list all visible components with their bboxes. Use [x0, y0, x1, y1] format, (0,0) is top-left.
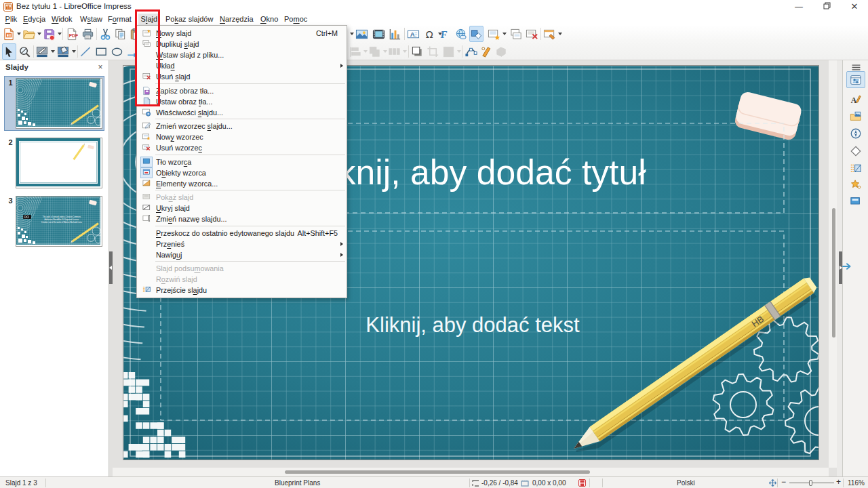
sidebar-tab-master-slides[interactable]: [846, 192, 865, 209]
new-slide-button[interactable]: [488, 26, 507, 42]
dropdown-arrow-icon[interactable]: [363, 50, 368, 53]
fit-slide-icon[interactable]: [769, 479, 776, 487]
menu-item-elementy-wzorca[interactable]: Elementy wzorca...: [137, 178, 347, 189]
menu-item-duplikuj-slajd[interactable]: Duplikuj slajd: [137, 39, 347, 49]
insert-line-button[interactable]: [79, 43, 92, 60]
menu-item-zmień-nazwę-slajdu[interactable]: Zmień nazwę slajdu...: [137, 214, 347, 224]
slide-thumbnail-3[interactable]: 3 This work is licensed under a Creative…: [5, 195, 104, 248]
dropdown-arrow-icon[interactable]: [350, 33, 354, 35]
menu-item-zapisz-obraz-tła[interactable]: Zapisz obraz tła...: [137, 85, 347, 96]
menubar-item-plik[interactable]: Plik: [3, 14, 20, 25]
horizontal-scrollbar[interactable]: [113, 468, 829, 476]
dropdown-arrow-icon[interactable]: [72, 50, 76, 53]
line-style-button[interactable]: [36, 43, 55, 60]
menubar-item-edycja[interactable]: Edycja: [20, 14, 48, 25]
ellipse-button[interactable]: [111, 43, 123, 60]
menubar-item-okno[interactable]: Okno: [258, 14, 281, 25]
cut-button[interactable]: [99, 26, 112, 42]
slides-panel-close-icon[interactable]: ×: [96, 62, 105, 72]
menu-item-właściwości-slajdu[interactable]: Właściwości slajdu...: [137, 107, 347, 118]
menu-item-przejście-slajdu[interactable]: Przejście slajdu: [137, 285, 347, 296]
sidebar-tab-sidebar-settings[interactable]: [846, 63, 865, 71]
edit-points-button[interactable]: [465, 43, 477, 60]
close-button[interactable]: ✕: [840, 0, 868, 14]
fontwork-button[interactable]: F: [439, 26, 452, 42]
dropdown-arrow-icon[interactable]: [37, 33, 41, 35]
menubar-item-pokaz-slajd-w[interactable]: Pokaz slajdów: [163, 14, 216, 25]
slide-thumbnail-image[interactable]: [16, 79, 102, 128]
dropdown-arrow-icon[interactable]: [51, 50, 55, 53]
dropdown-arrow-icon[interactable]: [502, 33, 507, 35]
sidebar-tab-navigator[interactable]: [846, 125, 865, 142]
panel-splitter-handle[interactable]: [109, 251, 113, 284]
sidebar-tab-gallery[interactable]: [846, 108, 865, 125]
rectangle-button[interactable]: [95, 43, 108, 60]
vertical-scrollbar-thumb[interactable]: [832, 208, 835, 338]
slide-thumbnail-image[interactable]: This work is licensed under a Creative C…: [16, 197, 102, 246]
slide-thumbnail-2[interactable]: 2: [5, 136, 104, 190]
menu-item-zmień-wzorzec-slajdu[interactable]: Zmień wzorzec slajdu...: [137, 121, 347, 131]
menu-item-przeskocz-do-ostatnio-edytowanego-slajdu[interactable]: Przeskocz do ostatnio edytowanego slajdu…: [137, 228, 347, 239]
menubar-item-wstaw[interactable]: Wstaw: [77, 14, 105, 25]
menu-item-tło-wzorca[interactable]: Tło wzorca: [137, 157, 347, 167]
sidebar-tab-shapes[interactable]: [846, 142, 865, 159]
menu-item-wstaw-slajd-z-pliku[interactable]: Wstaw slajd z pliku...: [137, 49, 347, 60]
delete-slide-button[interactable]: [526, 26, 538, 42]
menubar-item-widok[interactable]: Widok: [49, 14, 75, 25]
status-language[interactable]: Polski: [677, 479, 695, 487]
dropdown-arrow-icon[interactable]: [558, 33, 562, 35]
slide-thumbnail-image[interactable]: [16, 138, 102, 188]
menubar-item-narz-dzia[interactable]: Narzędzia: [217, 14, 256, 25]
dropdown-arrow-icon[interactable]: [17, 33, 21, 35]
menubar-item-pomoc[interactable]: Pomoc: [281, 14, 310, 25]
copy-button[interactable]: [114, 26, 127, 42]
zoom-pan-button[interactable]: [18, 43, 31, 60]
dropdown-arrow-icon[interactable]: [403, 50, 407, 53]
sidebar-tab-animation[interactable]: [846, 176, 865, 193]
menu-item-ukryj-slajd[interactable]: Ukryj slajd: [137, 203, 347, 214]
menu-item-nowy-wzorzec[interactable]: Nowy wzorzec: [137, 131, 347, 142]
sidebar-tab-styles[interactable]: A: [846, 91, 865, 108]
vertical-scrollbar[interactable]: [829, 60, 837, 468]
open-file-button[interactable]: [22, 26, 41, 42]
menu-item-obiekty-wzorca[interactable]: Obiekty wzorca: [137, 167, 347, 178]
insert-textbox-button[interactable]: A: [407, 26, 420, 42]
fill-color-button[interactable]: [57, 43, 76, 60]
draw-functions-button[interactable]: [469, 26, 484, 42]
horizontal-scrollbar-thumb[interactable]: [285, 470, 590, 474]
zoom-out-button[interactable]: −: [781, 478, 786, 487]
slide-text-placeholder-text[interactable]: Kliknij, aby dodać tekst: [366, 313, 580, 337]
minimize-button[interactable]: —: [784, 0, 814, 14]
insert-image-button[interactable]: [355, 26, 368, 42]
slide-thumbnail-1[interactable]: 1: [5, 77, 104, 130]
new-document-button[interactable]: [2, 26, 21, 42]
zoom-in-button[interactable]: +: [836, 478, 841, 487]
status-zoom-level[interactable]: 116%: [848, 479, 865, 487]
shadow-button[interactable]: [411, 43, 424, 60]
duplicate-slide-button[interactable]: [510, 26, 523, 42]
insert-media-button[interactable]: [372, 26, 385, 42]
menu-item-usuń-wzorzec[interactable]: Usuń wzorzec: [137, 142, 347, 153]
restore-button[interactable]: [812, 0, 842, 14]
sidebar-tab-properties[interactable]: [846, 71, 865, 88]
hyperlink-button[interactable]: [454, 26, 467, 42]
menu-item-przenieś[interactable]: Przenieś: [137, 239, 347, 249]
slide-title-placeholder-text[interactable]: Kliknij, aby dodać tytuł: [299, 152, 646, 192]
save-button[interactable]: [43, 26, 62, 42]
slide-master-button[interactable]: [543, 26, 562, 42]
glue-points-button[interactable]: [480, 43, 493, 60]
insert-chart-button[interactable]: [389, 26, 401, 42]
dropdown-arrow-icon[interactable]: [58, 33, 62, 35]
dropdown-arrow-icon[interactable]: [457, 50, 461, 53]
dropdown-arrow-icon[interactable]: [383, 50, 387, 53]
menu-item-nawiguj[interactable]: Nawiguj: [137, 249, 347, 260]
sidebar-tab-slide-transition[interactable]: [846, 160, 865, 177]
print-button[interactable]: [81, 26, 94, 42]
menu-item-układ[interactable]: Układ: [137, 60, 347, 71]
menu-item-ustaw-obraz-tła[interactable]: Ustaw obraz tła...: [137, 96, 347, 107]
select-button[interactable]: [2, 43, 16, 60]
export-pdf-button[interactable]: PDF: [65, 26, 78, 42]
menu-item-usuń-slajd[interactable]: Usuń slajd: [137, 71, 347, 82]
zoom-slider-thumb[interactable]: [809, 480, 812, 486]
menu-item-nowy-slajd[interactable]: Nowy slajdCtrl+M: [137, 28, 347, 39]
